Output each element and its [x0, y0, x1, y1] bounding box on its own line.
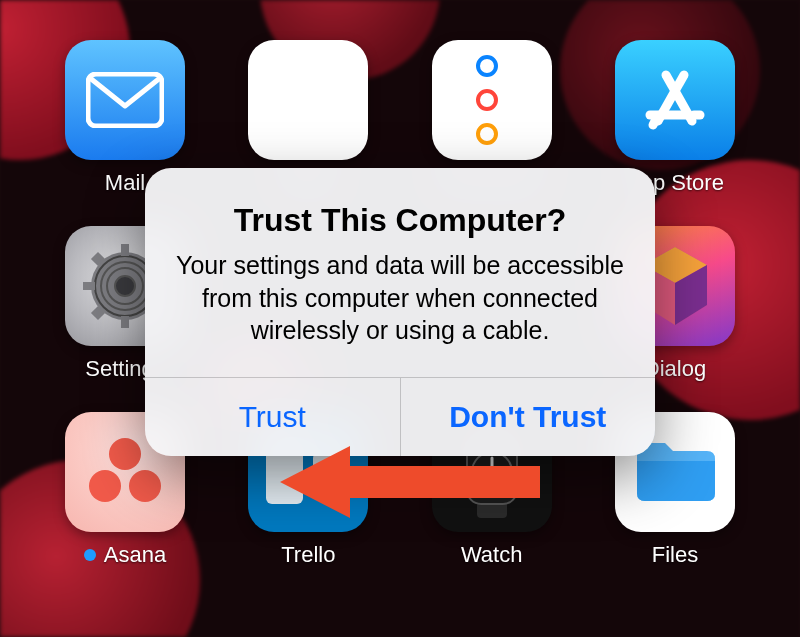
- alert-actions: Trust Don't Trust: [145, 377, 655, 456]
- alert-title: Trust This Computer?: [175, 202, 625, 239]
- dont-trust-button[interactable]: Don't Trust: [401, 378, 656, 456]
- trust-computer-alert: Trust This Computer? Your settings and d…: [145, 168, 655, 456]
- trust-button[interactable]: Trust: [145, 378, 401, 456]
- alert-message: Your settings and data will be accessibl…: [175, 249, 625, 347]
- alert-body: Trust This Computer? Your settings and d…: [145, 168, 655, 377]
